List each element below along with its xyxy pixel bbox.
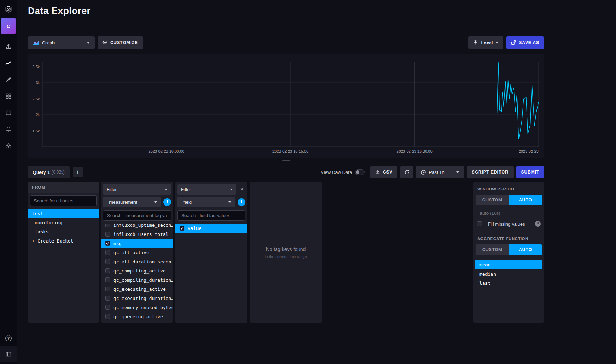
tag-key-dropdown[interactable]: _field: [177, 197, 235, 207]
measurement-item[interactable]: influxdb_uptime_secon…: [101, 224, 173, 230]
checkbox[interactable]: [105, 232, 110, 237]
field-label: value: [188, 226, 201, 231]
save-as-button[interactable]: SAVE AS: [506, 36, 544, 49]
measurement-item[interactable]: qc_executing_duration…: [101, 294, 173, 303]
from-panel-title: FROM: [28, 182, 99, 193]
create-bucket-item[interactable]: + Create Bucket: [28, 236, 99, 245]
field-item[interactable]: value: [175, 224, 247, 233]
tag-key-label: _field: [181, 200, 192, 205]
line-chart[interactable]: 1.5k2k2.5k3k3.5k2023-02-23 16:00:002023-…: [28, 54, 544, 158]
measurement-item[interactable]: qc_all_active: [101, 248, 173, 257]
aggregate-auto-button[interactable]: AUTO: [509, 244, 542, 255]
influxdb-logo-icon[interactable]: [0, 0, 17, 18]
query-duration: (0.03s): [51, 170, 64, 175]
filter-field-panel: Filter × _field 1 value: [175, 182, 247, 323]
fill-missing-checkbox[interactable]: [477, 221, 482, 226]
aggregate-custom-button[interactable]: CUSTOM: [476, 244, 509, 255]
checkbox[interactable]: [105, 296, 110, 301]
download-icon: [375, 170, 380, 175]
nav-sidebar: C: [0, 0, 17, 364]
visualization-type-dropdown[interactable]: Graph: [28, 36, 95, 49]
filter-type-dropdown[interactable]: Filter: [177, 184, 236, 195]
query-tab[interactable]: Query 1 (0.03s): [28, 166, 70, 178]
selected-count-badge: 1: [238, 198, 245, 206]
save-as-label: SAVE AS: [519, 40, 539, 45]
checkbox[interactable]: [105, 305, 110, 310]
help-question-icon[interactable]: ?: [0, 330, 17, 346]
measurement-item[interactable]: msg: [101, 239, 173, 248]
checkbox[interactable]: [105, 287, 110, 291]
checkbox[interactable]: [105, 277, 110, 282]
checkbox[interactable]: [105, 314, 110, 319]
help-icon[interactable]: ?: [535, 221, 541, 227]
chevron-down-icon: [165, 189, 168, 190]
notebooks-pencil-icon[interactable]: [0, 71, 17, 88]
field-search-input[interactable]: [177, 210, 245, 221]
avatar-letter: C: [7, 23, 11, 29]
function-item[interactable]: median: [475, 269, 542, 278]
measurement-item[interactable]: qc_all_duration_secon…: [101, 257, 173, 266]
collapse-sidebar-icon[interactable]: [0, 346, 17, 362]
bucket-label: _tasks: [32, 229, 49, 234]
function-item[interactable]: last: [475, 278, 542, 288]
from-panel: FROM test _monitoring _tasks + Create Bu…: [28, 182, 99, 323]
chart-panel: 1.5k2k2.5k3k3.5k2023-02-23 16:00:002023-…: [28, 54, 544, 158]
load-data-upload-icon[interactable]: [0, 38, 17, 55]
view-raw-data-label: View Raw Data: [321, 170, 352, 175]
customize-button[interactable]: CUSTOMIZE: [98, 36, 143, 49]
measurement-item[interactable]: qc_executing_active: [101, 284, 173, 294]
function-label: mean: [479, 262, 490, 268]
function-item[interactable]: mean: [475, 260, 542, 269]
measurement-label: influxdb_uptime_secon…: [113, 224, 173, 228]
measurement-label: qc_memory_unused_bytes: [113, 305, 173, 310]
settings-gear-icon[interactable]: [0, 137, 17, 154]
tasks-calendar-icon[interactable]: [0, 104, 17, 121]
csv-download-button[interactable]: CSV: [370, 166, 397, 178]
bucket-item[interactable]: test: [28, 209, 99, 218]
refresh-button[interactable]: [400, 166, 413, 178]
measurement-label: qc_all_duration_secon…: [113, 259, 173, 264]
user-avatar[interactable]: C: [1, 18, 16, 34]
chevron-down-icon: [496, 42, 498, 44]
measurement-search-input[interactable]: [103, 210, 171, 221]
time-range-dropdown[interactable]: Past 1h: [416, 166, 464, 178]
checkbox[interactable]: [105, 268, 110, 273]
tag-key-dropdown[interactable]: _measurement: [103, 197, 161, 207]
measurement-item[interactable]: influxdb_users_total: [101, 230, 173, 239]
filter-type-dropdown[interactable]: Filter: [103, 184, 171, 195]
checkbox[interactable]: [105, 224, 110, 227]
measurement-label: qc_all_active: [113, 250, 149, 255]
aggregate-mode-toggle: CUSTOM AUTO: [476, 244, 542, 255]
dashboards-grid-icon[interactable]: [0, 88, 17, 104]
window-custom-button[interactable]: CUSTOM: [476, 195, 509, 205]
resize-handle[interactable]: [28, 160, 544, 162]
local-dropdown[interactable]: Local: [468, 36, 503, 49]
local-label: Local: [481, 40, 493, 45]
submit-button[interactable]: SUBMIT: [516, 166, 544, 178]
remove-filter-icon[interactable]: ×: [238, 186, 245, 193]
query-builder: FROM test _monitoring _tasks + Create Bu…: [28, 182, 544, 323]
bucket-search-input[interactable]: [30, 195, 97, 206]
measurement-item[interactable]: qc_compiling_active: [101, 266, 173, 275]
data-explorer-graph-icon[interactable]: [0, 55, 17, 71]
measurement-item[interactable]: qc_queueing_active: [101, 312, 173, 321]
measurement-item[interactable]: qc_compiling_duration…: [101, 275, 173, 284]
window-auto-button[interactable]: AUTO: [509, 195, 542, 205]
view-raw-data-toggle[interactable]: [355, 169, 365, 175]
page-title: Data Explorer: [28, 6, 90, 17]
chevron-down-icon: [87, 42, 90, 44]
filter-type-label: Filter: [107, 187, 117, 192]
chevron-down-icon: [228, 201, 231, 203]
bucket-item[interactable]: _monitoring: [28, 218, 99, 227]
field-list: value: [175, 224, 247, 323]
add-query-button[interactable]: +: [73, 167, 83, 177]
measurement-item[interactable]: qc_memory_unused_bytes: [101, 303, 173, 312]
empty-state-title: No tag keys found: [266, 246, 306, 252]
checkbox-checked[interactable]: [105, 241, 110, 246]
alerts-bell-icon[interactable]: [0, 121, 17, 137]
checkbox-checked[interactable]: [180, 226, 184, 231]
checkbox[interactable]: [105, 259, 110, 264]
checkbox[interactable]: [105, 250, 110, 255]
bucket-item[interactable]: _tasks: [28, 227, 99, 236]
script-editor-button[interactable]: SCRIPT EDITOR: [467, 166, 513, 178]
